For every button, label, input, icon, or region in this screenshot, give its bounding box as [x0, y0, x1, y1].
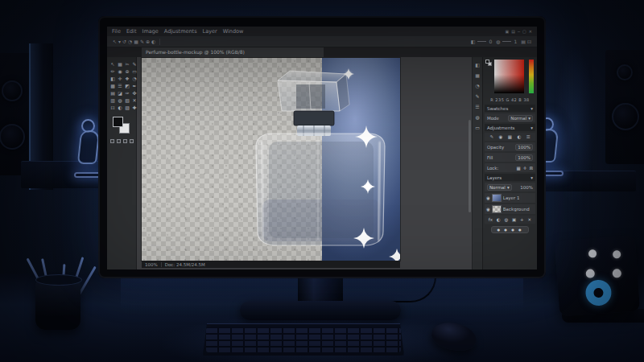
adjustment-icon[interactable]: ✎ — [489, 134, 493, 139]
menu-item[interactable]: Adjustments — [164, 28, 197, 35]
tool-icon[interactable]: ▨ — [124, 105, 130, 111]
tool-icon[interactable]: ⊕ — [124, 68, 130, 75]
layers-panel-button[interactable]: ◐ — [497, 217, 501, 222]
option-tool-icon[interactable]: ◐ — [151, 39, 155, 44]
layers-panel-button[interactable]: + — [520, 217, 524, 222]
tool-icon[interactable]: ▦ — [117, 61, 123, 68]
tool-icon[interactable]: ✏ — [109, 68, 116, 75]
swatches-header[interactable]: Swatches ▾ — [485, 105, 535, 112]
panel-dock-icon[interactable]: ✎ — [474, 93, 481, 100]
tool-icon[interactable]: ☰ — [117, 83, 123, 89]
option-tool-icon[interactable]: ▦ — [134, 39, 138, 44]
window-control-icon[interactable]: ▢ — [522, 29, 526, 34]
menu-item[interactable]: File — [112, 28, 121, 35]
chevron-down-icon[interactable]: ▾ — [530, 106, 533, 111]
option-slider-track[interactable] — [477, 41, 486, 42]
menu-item[interactable]: Edit — [126, 28, 137, 35]
adjustment-icon[interactable]: ◉ — [498, 134, 502, 139]
menu-item[interactable]: Window — [223, 28, 244, 35]
right-panel: R 235 G 42 B 38 Swatches ▾ Mode Normal ▾ — [482, 57, 537, 269]
panel-dock-icon[interactable]: ▭ — [474, 124, 481, 131]
layers-blend-select[interactable]: Normal ▾ — [487, 184, 512, 191]
window-control-icon[interactable]: ▤ — [511, 29, 515, 34]
panel-dock-icon[interactable]: ▦ — [474, 72, 481, 79]
chevron-down-icon[interactable]: ▾ — [530, 125, 533, 130]
canvas[interactable] — [142, 58, 400, 261]
mini-foreground-swatch[interactable] — [485, 60, 489, 64]
option-slider-icon[interactable]: ◧ — [471, 39, 476, 44]
window-control-icon[interactable]: ▣ — [506, 29, 510, 34]
layers-header[interactable]: Layers ▾ — [485, 174, 535, 181]
panel-dock-icon[interactable]: ◍ — [474, 113, 481, 121]
layer-name: Layer 1 — [503, 195, 520, 200]
option-tool-icon[interactable]: ⊕ — [146, 39, 150, 44]
fill-input[interactable]: 100% — [515, 154, 533, 161]
lock-icon[interactable]: ▦ — [517, 166, 521, 171]
option-tool-icon[interactable]: ◔ — [128, 39, 132, 44]
tool-icon[interactable]: ◐ — [117, 105, 123, 111]
layers-panel-button[interactable]: ▣ — [512, 217, 516, 222]
dock-mini-button[interactable] — [123, 139, 127, 143]
visibility-eye-icon[interactable]: ◉ — [486, 195, 490, 200]
layers-panel-button[interactable]: ✕ — [528, 217, 532, 222]
tool-icon[interactable]: ◪ — [117, 90, 123, 97]
hue-slider[interactable] — [529, 60, 534, 93]
color-swatch-widget[interactable] — [113, 117, 131, 135]
panel-dock-icon[interactable]: ☰ — [474, 103, 481, 110]
zoom-level[interactable]: 100% — [145, 262, 158, 267]
adjustment-icon[interactable]: ◐ — [517, 134, 521, 139]
layers-panel-button[interactable]: fx — [489, 217, 493, 222]
tool-icon[interactable]: ◉ — [117, 68, 123, 75]
option-icon[interactable]: ⊡ — [527, 39, 531, 44]
tool-icon[interactable]: ❖ — [124, 76, 130, 82]
blend-mode-select[interactable]: Normal ▾ — [508, 115, 533, 121]
panel-wide-button[interactable]: ● ● ● ● — [491, 226, 529, 233]
layers-panel-button[interactable]: ◍ — [504, 217, 508, 222]
panel-dock-icon[interactable]: ◔ — [474, 82, 481, 89]
adjustment-icon[interactable]: ▦ — [508, 134, 512, 139]
vertical-scrollbar[interactable] — [469, 120, 471, 212]
option-icon[interactable]: ▤ — [521, 39, 526, 44]
lock-icon[interactable]: ⊠ — [529, 166, 533, 171]
saturation-value-picker[interactable] — [494, 60, 524, 93]
window-control-icon[interactable]: ✕ — [529, 29, 532, 34]
adjustment-icons-row: ✎◉▦◐☰ — [485, 133, 535, 141]
adjustments-header[interactable]: Adjustments ▾ — [485, 124, 535, 131]
menu-item[interactable]: Image — [142, 28, 158, 35]
tool-icon[interactable]: ✛ — [117, 76, 123, 82]
option-tool-icon[interactable]: ↖ — [113, 39, 117, 44]
dock-mini-button[interactable] — [110, 139, 114, 143]
visibility-eye-icon[interactable]: ◉ — [486, 207, 490, 212]
tool-icon[interactable]: ◍ — [117, 97, 123, 104]
panel-dock-icon[interactable]: ◧ — [474, 61, 481, 68]
layer-row[interactable]: ◉ Background — [485, 204, 535, 214]
tool-icon[interactable]: ▤ — [109, 90, 116, 97]
tool-icon[interactable]: ◧ — [109, 76, 116, 82]
option-tool-icon[interactable]: ▾ — [118, 39, 121, 44]
tool-icon[interactable]: ✂ — [124, 61, 130, 68]
tool-icon[interactable]: ▩ — [109, 83, 116, 89]
menu-item[interactable]: Layer — [203, 28, 217, 35]
tool-icon[interactable]: ⊡ — [109, 105, 116, 111]
foreground-color-swatch[interactable] — [113, 117, 123, 127]
fill-label: Fill — [487, 155, 493, 160]
tool-icon[interactable]: ↖ — [109, 61, 116, 68]
layer-row[interactable]: ◉ Layer 1 — [485, 193, 535, 203]
lock-icon[interactable]: ✛ — [523, 166, 527, 171]
tool-icon[interactable]: ◩ — [124, 83, 130, 89]
option-tool-icon[interactable]: ✎ — [140, 39, 144, 44]
option-slider-icon[interactable]: ◍ — [496, 39, 500, 44]
chevron-down-icon[interactable]: ▾ — [530, 175, 533, 180]
dock-mini-button[interactable] — [117, 139, 121, 143]
window-control-icon[interactable]: ─ — [518, 29, 520, 34]
adjustment-icon[interactable]: ☰ — [526, 134, 530, 139]
tool-icon[interactable]: ✑ — [124, 90, 130, 97]
tool-icon[interactable]: ▥ — [109, 97, 116, 104]
workspace: ↖▦✂✎✏◉⊕▭◧✛❖◔▩☰◩✒▤◪✑✜▥◍▧✕⊡◐▨✚ — [107, 57, 537, 269]
option-tool-icon[interactable]: ↺ — [122, 39, 126, 44]
document-tab[interactable]: Perfume-bottle-mockup @ 100% (RGB/8) — [142, 47, 324, 57]
option-slider-track[interactable] — [502, 41, 511, 42]
dock-mini-button[interactable] — [130, 139, 134, 143]
tool-icon[interactable]: ▧ — [124, 97, 130, 104]
opacity-input[interactable]: 100% — [515, 144, 533, 150]
